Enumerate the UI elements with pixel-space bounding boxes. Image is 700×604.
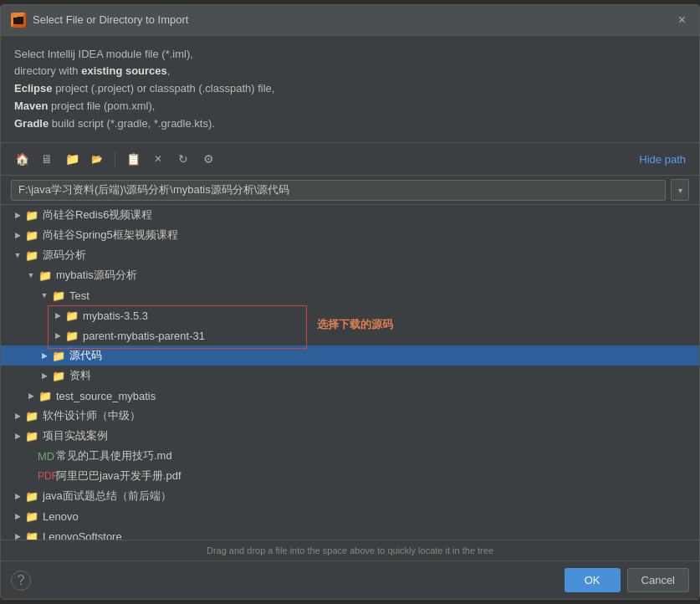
title-bar: Select File or Directory to Import × <box>1 5 699 36</box>
title-bar-left: Select File or Directory to Import <box>11 13 188 28</box>
expand-button[interactable]: 📋 <box>122 148 144 170</box>
desc-line4: Maven project file (pom.xml), <box>14 98 686 115</box>
home-icon: 🏠 <box>15 152 29 166</box>
desc-line5: Gradle build script (*.gradle, *.gradle.… <box>14 115 686 133</box>
folder-icon: 📁 <box>38 390 53 402</box>
app-icon <box>11 13 26 28</box>
list-item[interactable]: ▶ 📁 软件设计师（中级） <box>1 406 699 426</box>
chevron-down-icon: ▼ <box>11 248 24 262</box>
new-folder-button[interactable]: 📁 <box>61 148 83 170</box>
chevron-right-icon: ▶ <box>24 389 38 402</box>
folder-icon: 📁 <box>38 269 53 281</box>
chevron-right-icon: ▶ <box>11 489 24 503</box>
path-bar: ▾ <box>1 176 699 205</box>
desc-line3: Eclipse project (.project) or classpath … <box>14 80 686 98</box>
item-label: 软件设计师（中级） <box>43 408 141 423</box>
list-item[interactable]: ▶ PDF 阿里巴巴java开发手册.pdf <box>1 466 699 486</box>
list-item[interactable]: ▶ 📁 test_source_mybatis <box>1 386 699 406</box>
cancel-button[interactable]: Cancel <box>627 568 689 592</box>
path-dropdown-button[interactable]: ▾ <box>671 179 689 201</box>
item-label: java面试题总结（前后端） <box>43 489 171 504</box>
main-dialog: Select File or Directory to Import × Sel… <box>0 4 700 601</box>
file-tree[interactable]: ▶ 📁 尚硅谷Redis6视频课程 ▶ 📁 尚硅谷Spring5框架视频课程 ▼… <box>1 205 699 540</box>
folder-icon: 📁 <box>24 490 39 502</box>
list-item[interactable]: ▶ 📁 源代码 <box>1 346 699 366</box>
home-button[interactable]: 🏠 <box>11 148 33 170</box>
item-label: mybatis-3.5.3 <box>83 310 148 322</box>
desc-line2: directory with existing sources, <box>14 63 686 80</box>
item-label: 源代码 <box>69 348 102 363</box>
list-item[interactable]: ▶ 📁 parent-mybatis-parent-31 <box>1 325 699 346</box>
folder-icon: 📁 <box>24 229 39 241</box>
desktop-icon: 🖥 <box>41 152 53 166</box>
list-item[interactable]: ▼ 📁 源码分析 <box>1 245 699 265</box>
refresh-button[interactable]: ↻ <box>172 148 194 170</box>
dropdown-icon: ▾ <box>678 186 682 195</box>
delete-button[interactable]: ✕ <box>147 148 169 170</box>
expand-icon: 📋 <box>126 152 141 166</box>
list-item[interactable]: ▶ MD 常见的工具使用技巧.md <box>1 446 699 466</box>
folder-up-icon: 📂 <box>91 154 103 165</box>
chevron-right-icon: ▶ <box>38 349 51 362</box>
svg-rect-1 <box>13 15 18 18</box>
svg-rect-0 <box>13 17 23 24</box>
item-label: 资料 <box>69 368 91 383</box>
item-label: Test <box>69 289 89 302</box>
chevron-right-icon: ▶ <box>38 369 51 382</box>
chevron-right-icon: ▶ <box>11 208 24 222</box>
folder-icon: 📁 <box>24 430 39 442</box>
folder-icon: 📁 <box>24 410 39 422</box>
chevron-right-icon: ▶ <box>51 329 64 342</box>
item-label: 常见的工具使用技巧.md <box>56 448 172 463</box>
folder-icon: 📁 <box>24 249 39 261</box>
item-label: LenovoSoftstore <box>43 530 122 540</box>
new-folder-icon: 📁 <box>65 152 79 166</box>
help-icon: ? <box>18 573 25 588</box>
desktop-button[interactable]: 🖥 <box>36 148 58 170</box>
item-label: mybatis源码分析 <box>56 268 137 283</box>
folder-icon: 📁 <box>51 289 66 301</box>
close-button[interactable]: × <box>675 12 689 28</box>
folder-icon: 📁 <box>24 530 39 540</box>
desc-line1: Select Intellij IDEA module file (*.iml)… <box>14 46 686 64</box>
annotated-region: 选择下载的源码 ▶ 📁 mybatis-3.5.3 ▶ 📁 parent-myb… <box>1 305 699 346</box>
list-item[interactable]: ▶ 📁 尚硅谷Redis6视频课程 <box>1 205 699 225</box>
dialog-title: Select File or Directory to Import <box>33 13 188 26</box>
list-item[interactable]: ▶ 📁 LenovoSoftstore <box>1 526 699 540</box>
list-item[interactable]: ▶ 📁 资料 <box>1 366 699 386</box>
hide-path-button[interactable]: Hide path <box>636 151 689 167</box>
footer: ? OK Cancel <box>1 560 699 599</box>
list-item[interactable]: ▶ 📁 mybatis-3.5.3 <box>1 305 699 325</box>
status-bar: Drag and drop a file into the space abov… <box>1 540 699 560</box>
item-label: parent-mybatis-parent-31 <box>83 330 205 342</box>
folder-up-button[interactable]: 📂 <box>86 148 108 170</box>
chevron-right-icon: ▶ <box>11 409 24 422</box>
item-label: Lenovo <box>43 510 79 523</box>
folder-icon: 📁 <box>24 510 39 522</box>
chevron-right-icon: ▶ <box>11 228 24 242</box>
list-item[interactable]: ▼ 📁 Test <box>1 285 699 305</box>
list-item[interactable]: ▶ 📁 java面试题总结（前后端） <box>1 486 699 506</box>
ok-button[interactable]: OK <box>565 568 621 592</box>
toolbar-separator <box>115 151 115 167</box>
pdf-file-icon: PDF <box>38 470 53 482</box>
md-file-icon: MD <box>38 450 53 462</box>
path-input[interactable] <box>11 180 666 201</box>
help-button[interactable]: ? <box>11 571 31 591</box>
toolbar: 🏠 🖥 📁 📂 📋 ✕ ↻ ⚙ Hi <box>1 143 699 176</box>
description-area: Select Intellij IDEA module file (*.iml)… <box>1 36 699 144</box>
list-item[interactable]: ▶ 📁 项目实战案例 <box>1 426 699 446</box>
list-item[interactable]: ▶ 📁 尚硅谷Spring5框架视频课程 <box>1 225 699 245</box>
chevron-down-icon: ▼ <box>24 269 38 282</box>
chevron-right-icon: ▶ <box>11 429 24 443</box>
settings-button[interactable]: ⚙ <box>197 148 219 170</box>
list-item[interactable]: ▶ 📁 Lenovo <box>1 506 699 526</box>
chevron-right-icon: ▶ <box>51 309 64 322</box>
folder-icon: 📁 <box>64 330 79 341</box>
folder-icon: 📁 <box>51 370 66 381</box>
item-label: 尚硅谷Spring5框架视频课程 <box>43 228 178 243</box>
list-item[interactable]: ▼ 📁 mybatis源码分析 <box>1 265 699 285</box>
footer-buttons: OK Cancel <box>565 568 689 592</box>
settings-icon: ⚙ <box>203 152 214 166</box>
file-tree-area: ▶ 📁 尚硅谷Redis6视频课程 ▶ 📁 尚硅谷Spring5框架视频课程 ▼… <box>1 205 699 540</box>
